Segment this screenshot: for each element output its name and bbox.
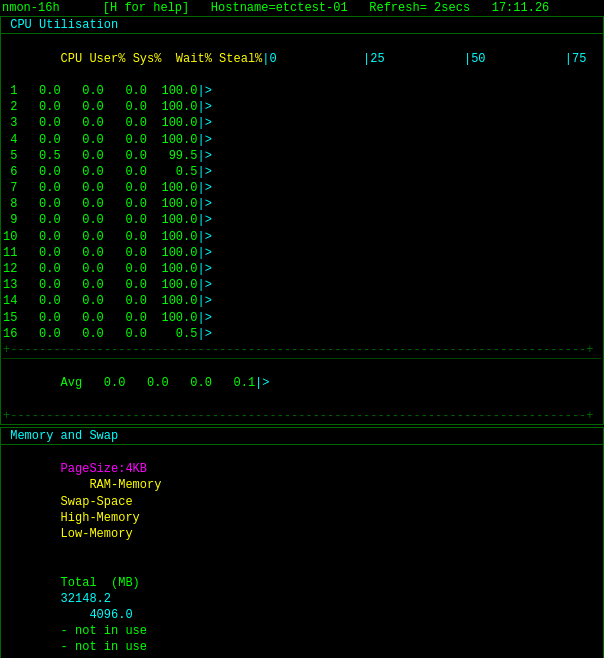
cpu-col-user: User%	[89, 52, 132, 66]
swap-space-label: Swap-Space	[61, 495, 162, 509]
cpu-rows: 1 0.0 0.0 0.0 100.0|> 2 0.0 0.0 0.0 100.…	[3, 83, 601, 342]
cpu-bottom-divider: +---------------------------------------…	[3, 408, 601, 424]
avg-steal: 0.1	[219, 376, 255, 390]
cpu-col-sys: Sys%	[133, 52, 176, 66]
cpu-row: 5 0.5 0.0 0.0 99.5|>	[3, 148, 601, 164]
cpu-row: 3 0.0 0.0 0.0 100.0|>	[3, 115, 601, 131]
cpu-column-header: CPU User% Sys% Wait% Steal%|0 |25 |50 |7…	[3, 34, 601, 83]
cpu-row: 2 0.0 0.0 0.0 100.0|>	[3, 99, 601, 115]
cpu-row: 16 0.0 0.0 0.0 0.5|>	[3, 326, 601, 342]
low-memory-label: Low-Memory	[61, 527, 133, 541]
cpu-row: 8 0.0 0.0 0.0 100.0|>	[3, 196, 601, 212]
pagesize-label: PageSize:4KB	[61, 462, 147, 476]
cpu-row: 9 0.0 0.0 0.0 100.0|>	[3, 212, 601, 228]
cpu-row: 10 0.0 0.0 0.0 100.0|>	[3, 229, 601, 245]
high-not-in-use: - not in use	[61, 624, 162, 638]
cpu-row: 7 0.0 0.0 0.0 100.0|>	[3, 180, 601, 196]
cpu-row: 15 0.0 0.0 0.0 100.0|>	[3, 310, 601, 326]
cpu-content: CPU User% Sys% Wait% Steal%|0 |25 |50 |7…	[1, 34, 603, 424]
memory-section: Memory and Swap PageSize:4KB RAM-Memory …	[0, 427, 604, 658]
cpu-section: CPU Utilisation CPU User% Sys% Wait% Ste…	[0, 16, 604, 425]
cpu-row: 4 0.0 0.0 0.0 100.0|>	[3, 132, 601, 148]
header-bar: nmon-16h [H for help] Hostname=etctest-0…	[0, 0, 604, 16]
cpu-col-wait: Wait%	[176, 52, 219, 66]
cpu-row: 1 0.0 0.0 0.0 100.0|>	[3, 83, 601, 99]
memory-pagesize-line: PageSize:4KB RAM-Memory Swap-Space High-…	[3, 445, 601, 558]
memory-section-title: Memory and Swap	[1, 428, 603, 445]
total-swap: 4096.0	[61, 608, 162, 622]
total-label: Total (MB)	[61, 576, 162, 590]
cpu-col-steal: Steal%	[219, 52, 262, 66]
cpu-title-text: CPU Utilisation	[10, 18, 118, 32]
avg-label: Avg	[61, 376, 97, 390]
cpu-col-bar: |0 |25 |50 |75 100|	[262, 52, 604, 66]
avg-sys: 0.0	[140, 376, 183, 390]
memory-total-line: Total (MB) 32148.2 4096.0 - not in use -…	[3, 558, 601, 658]
cpu-row: 13 0.0 0.0 0.0 100.0|>	[3, 277, 601, 293]
cpu-row: 6 0.0 0.0 0.0 0.5|>	[3, 164, 601, 180]
cpu-divider: +---------------------------------------…	[3, 342, 601, 358]
cpu-row: 14 0.0 0.0 0.0 100.0|>	[3, 293, 601, 309]
high-memory-label: High-Memory	[61, 511, 169, 525]
avg-user: 0.0	[97, 376, 140, 390]
terminal: nmon-16h [H for help] Hostname=etctest-0…	[0, 0, 604, 658]
total-ram: 32148.2	[61, 592, 111, 606]
cpu-col-cpu: CPU	[61, 52, 90, 66]
avg-wait: 0.0	[183, 376, 219, 390]
cpu-avg-row: Avg 0.0 0.0 0.0 0.1|>	[3, 358, 601, 408]
ram-memory-label: RAM-Memory	[61, 478, 176, 492]
memory-content: PageSize:4KB RAM-Memory Swap-Space High-…	[1, 445, 603, 658]
memory-title-text: Memory and Swap	[10, 429, 118, 443]
cpu-section-title: CPU Utilisation	[1, 17, 603, 34]
cpu-row: 12 0.0 0.0 0.0 100.0|>	[3, 261, 601, 277]
avg-bar: |>	[255, 376, 269, 390]
cpu-row: 11 0.0 0.0 0.0 100.0|>	[3, 245, 601, 261]
low-not-in-use: - not in use	[61, 640, 147, 654]
